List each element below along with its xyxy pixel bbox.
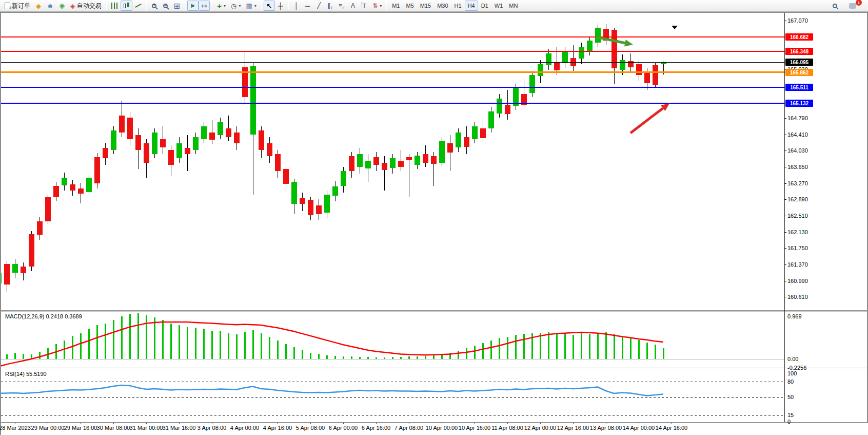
zoom-in-button[interactable]: +	[149, 1, 160, 11]
time-tick	[409, 423, 409, 424]
search-button[interactable]	[829, 1, 840, 11]
periods-button[interactable]: ◷▾	[228, 1, 243, 11]
arrows-button[interactable]: ⇅▾	[370, 1, 384, 11]
zoom-out-button[interactable]: −	[160, 1, 171, 11]
price-chart-pane[interactable]	[1, 14, 784, 310]
horizontal-line-button[interactable]: ─	[302, 1, 313, 11]
zoom-in-icon: +	[152, 4, 156, 8]
timeframe-m5-button[interactable]: M5	[403, 1, 417, 11]
cursor-icon: ↖	[266, 3, 272, 9]
rsi-tick-label: 100	[787, 370, 797, 376]
pane-separator-1[interactable]	[1, 310, 867, 312]
auto-trading-button[interactable]: ◈自动交易	[68, 1, 104, 11]
time-tick	[81, 423, 81, 424]
time-tick	[442, 423, 442, 424]
periods-icon: ◷	[231, 3, 236, 9]
time-axis-label: 3 Apr 08:00	[198, 425, 226, 431]
search-icon	[833, 4, 837, 8]
toolbar-separator	[185, 1, 185, 10]
auto-trading-label: 自动交易	[77, 2, 102, 10]
time-axis-label: 6 Apr 16:00	[362, 425, 390, 431]
candlesticks-button[interactable]	[121, 1, 132, 11]
macd-indicator-pane[interactable]: MACD(12,26,9) 0.2418 0.3689	[1, 312, 784, 368]
toolbar-right-icons: 1	[829, 1, 866, 11]
signal-button[interactable]: ◉	[56, 1, 68, 11]
cursor-button[interactable]: ↖	[264, 1, 275, 11]
vertical-line-button[interactable]: │	[291, 1, 302, 11]
time-axis-label: 11 Apr 08:00	[491, 425, 523, 431]
auto-trading-icon: ◈	[70, 3, 75, 9]
time-axis: 28 Mar 202329 Mar 00:0029 Mar 16:0030 Ma…	[1, 422, 868, 435]
time-axis-label: 29 Mar 00:00	[31, 425, 65, 431]
text-button[interactable]: A	[347, 1, 359, 11]
timeframe-m15-button[interactable]: M15	[417, 1, 434, 11]
chart-window[interactable]: ▼ GBPJPY-,H4 166.052 166.110 165.815 166…	[0, 12, 868, 435]
time-tick	[639, 423, 639, 424]
new-order-button[interactable]: +新订单	[2, 1, 33, 11]
crosshair-icon: ┼	[278, 3, 283, 9]
fibonacci-button[interactable]: ≡F	[336, 1, 347, 11]
bar-chart-button[interactable]	[109, 1, 121, 11]
profile-button[interactable]: ☻	[44, 1, 56, 11]
green-arrow-annotation[interactable]	[624, 40, 633, 47]
chart-shift-marker[interactable]	[672, 26, 678, 32]
price-tick	[784, 199, 786, 200]
price-level-badge-166.348: 166.348	[785, 48, 813, 55]
time-axis-label: 7 Apr 08:00	[394, 425, 423, 431]
main-toolbar: +新订单◆☻◉◈自动交易+−⊞▶↦+▾◷▾▦▾↖┼│─╱∥E≡FAT⇅▾M1M5…	[0, 0, 868, 12]
arrows-dropdown-icon[interactable]: ▾	[380, 4, 382, 8]
time-axis-label: 28 Mar 2023	[0, 425, 31, 431]
rsi-tick-label: 50	[787, 394, 794, 400]
price-tick	[784, 118, 786, 119]
toolbar-separator	[146, 1, 147, 10]
templates-button[interactable]: ▦▾	[243, 1, 259, 11]
time-tick	[179, 423, 180, 424]
price-level-badge-166.682: 166.682	[785, 33, 813, 41]
rsi-tick-label: 15	[787, 412, 794, 418]
line-chart-button[interactable]	[132, 1, 144, 11]
crosshair-button[interactable]: ┼	[275, 1, 286, 11]
time-axis-label: 29 Mar 16:00	[64, 425, 97, 431]
templates-dropdown-icon[interactable]: ▾	[254, 4, 257, 8]
templates-icon: ▦	[246, 3, 252, 9]
chart-shift-button[interactable]: ↦	[199, 1, 210, 11]
timeframe-h4-button[interactable]: H4	[465, 1, 478, 11]
chat-button[interactable]: 1	[846, 1, 859, 11]
pane-separator-2[interactable]	[1, 368, 867, 369]
auto-scroll-button[interactable]: ▶	[187, 1, 199, 11]
time-axis-label: 31 Mar 00:00	[130, 425, 163, 431]
time-axis-label: 6 Apr 00:00	[329, 425, 358, 431]
profile-icon: ☻	[47, 3, 54, 9]
timeframe-h1-button[interactable]: H1	[451, 1, 465, 11]
timeframe-m1-button[interactable]: M1	[389, 1, 403, 11]
indicators-button[interactable]: +▾	[214, 1, 228, 11]
tile-windows-button[interactable]: ⊞	[171, 1, 183, 11]
periods-dropdown-icon[interactable]: ▾	[239, 4, 241, 8]
time-tick	[212, 423, 212, 424]
time-axis-label: 10 Apr 00:00	[426, 425, 458, 431]
equidistant-channel-sub-label: E	[331, 6, 333, 10]
price-tick-label: 162.510	[787, 213, 808, 219]
indicators-icon: +	[217, 2, 222, 10]
indicators-dropdown-icon[interactable]: ▾	[224, 4, 226, 8]
time-tick	[672, 423, 672, 424]
line-chart-icon	[135, 4, 141, 8]
timeframe-d1-button[interactable]: D1	[478, 1, 491, 11]
timeframe-w1-button[interactable]: W1	[491, 1, 506, 11]
fibonacci-icon: ≡	[339, 3, 342, 9]
text-label-button[interactable]: T	[359, 1, 370, 11]
timeframe-mn-button[interactable]: MN	[506, 1, 521, 11]
gold-button[interactable]: ◆	[33, 1, 44, 11]
time-tick	[48, 423, 48, 424]
price-tick-label: 167.070	[787, 17, 808, 24]
time-axis-label: 10 Apr 16:00	[459, 425, 490, 431]
zoom-out-icon: −	[163, 4, 168, 8]
price-tick	[784, 248, 786, 249]
time-tick	[15, 423, 15, 424]
trendline-button[interactable]: ╱	[313, 1, 325, 11]
timeframe-m30-button[interactable]: M30	[434, 1, 451, 11]
equidistant-channel-button[interactable]: ∥E	[325, 1, 336, 11]
bar-chart-icon	[111, 3, 118, 9]
rsi-indicator-pane[interactable]: RSI(14) 55.5190	[1, 369, 784, 422]
time-tick	[113, 423, 114, 424]
